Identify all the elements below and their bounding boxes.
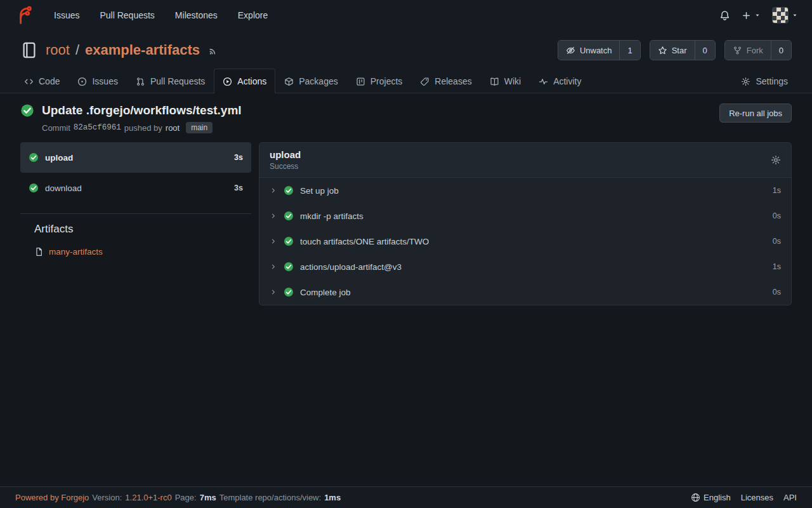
step-row-complete[interactable]: Complete job 0s [259,279,791,305]
tab-label: Settings [756,76,788,86]
globe-icon [691,493,700,502]
step-row-upload-artifact[interactable]: actions/upload-artifact@v3 1s [259,254,791,279]
language-menu[interactable]: English [691,493,731,502]
user-menu-button[interactable] [772,7,798,23]
job-detail-card: upload Success Set up job 1s [259,142,792,305]
star-icon [658,46,667,55]
step-row-touch[interactable]: touch artifacts/ONE artifacts/TWO 0s [259,229,791,254]
tab-projects[interactable]: Projects [347,69,412,93]
tab-wiki[interactable]: Wiki [481,69,530,93]
star-label: Star [672,46,687,55]
step-duration: 1s [773,186,781,195]
job-row-upload[interactable]: upload 3s [20,142,251,173]
version-link[interactable]: 1.21.0+1-rc0 [125,493,171,502]
job-detail-title: upload [270,149,301,160]
watchers-count[interactable]: 1 [619,41,639,60]
avatar [772,7,789,23]
success-check-icon [29,152,39,163]
tab-pull-requests[interactable]: Pull Requests [127,69,214,93]
tab-packages[interactable]: Packages [275,69,346,93]
unwatch-label: Unwatch [580,46,612,55]
run-header: Update .forgejo/workflows/test.yml Commi… [20,104,792,133]
repo-name-link[interactable]: example-artifacts [85,42,200,58]
tab-label: Actions [237,76,266,86]
tab-label: Code [39,76,60,86]
unwatch-button[interactable]: Unwatch [558,41,620,60]
job-duration: 3s [234,184,243,192]
page: Issues Pull Requests Milestones Explore … [0,0,812,508]
tag-icon [420,77,429,86]
powered-by-link[interactable]: Powered by Forgejo [15,493,89,502]
step-label: Set up job [300,186,339,196]
eye-off-icon [566,46,575,55]
tab-label: Releases [435,76,471,86]
issue-icon [77,77,87,86]
branch-badge[interactable]: main [186,122,213,133]
success-check-icon [20,104,34,117]
tab-issues[interactable]: Issues [69,69,126,93]
repo-title-row: root / example-artifacts Unwatch 1 [0,30,812,69]
artifact-link-many-artifacts[interactable]: many-artifacts [49,247,103,257]
footer-right: English Licenses API [691,493,797,502]
commit-author-link[interactable]: root [166,123,180,133]
tab-label: Wiki [504,76,521,86]
rss-link[interactable] [208,45,219,56]
commit-label: Commit [42,123,70,133]
template-time-label: Template repo/actions/view: [219,493,321,502]
job-duration: 3s [234,153,243,162]
play-circle-icon [223,77,232,86]
nav-item-issues[interactable]: Issues [46,6,88,25]
repo-title: root / example-artifacts [46,42,219,58]
forks-count[interactable]: 0 [771,41,791,60]
nav-item-milestones[interactable]: Milestones [167,6,226,25]
tab-label: Pull Requests [150,76,205,86]
chevron-down-icon [754,12,761,18]
package-icon [284,77,294,86]
star-button[interactable]: Star [650,41,695,60]
rerun-all-jobs-button[interactable]: Re-run all jobs [719,104,792,123]
run-title: Update .forgejo/workflows/test.yml [42,104,242,117]
nav-item-pull-requests[interactable]: Pull Requests [91,6,162,25]
commit-sha-link[interactable]: 82a5cf6961 [74,123,121,132]
tab-releases[interactable]: Releases [411,69,480,93]
success-check-icon [284,287,294,297]
file-icon [34,247,44,257]
step-label: Complete job [300,288,351,297]
tab-actions[interactable]: Actions [214,69,275,93]
repo-header: root / example-artifacts Unwatch 1 [0,30,812,93]
repo-owner-link[interactable]: root [46,42,70,58]
tab-activity[interactable]: Activity [530,69,590,93]
nav-item-explore[interactable]: Explore [230,6,276,25]
api-link[interactable]: API [783,493,797,502]
pulse-icon [539,77,548,86]
stars-count[interactable]: 0 [695,41,715,60]
template-time-value: 1ms [324,493,341,502]
run-columns: upload 3s download 3s Artifacts many-art… [20,142,792,305]
tab-settings[interactable]: Settings [732,69,797,93]
forgejo-logo[interactable] [14,6,33,25]
tab-code[interactable]: Code [15,69,69,93]
create-new-button[interactable] [742,11,761,20]
star-button-group: Star 0 [650,40,716,60]
navbar-right [719,7,798,23]
chevron-right-icon [270,187,277,194]
chevron-right-icon [270,237,277,245]
job-options-button[interactable] [771,155,781,165]
job-name: download [45,184,82,193]
step-duration: 0s [773,211,781,220]
step-label: touch artifacts/ONE artifacts/TWO [300,237,429,246]
bell-icon [719,10,730,21]
notifications-button[interactable] [719,10,730,21]
step-row-setup[interactable]: Set up job 1s [259,178,791,203]
fork-button[interactable]: Fork [725,41,771,60]
step-duration: 1s [773,262,781,271]
page-time-value: 7ms [200,493,216,502]
step-row-mkdir[interactable]: mkdir -p artifacts 0s [259,203,791,229]
fork-icon [733,46,742,55]
forgejo-logo-icon [14,6,33,25]
licenses-link[interactable]: Licenses [741,493,773,502]
job-row-download[interactable]: download 3s [20,173,251,203]
sidebar-divider [20,213,251,214]
success-check-icon [29,183,39,193]
pull-request-icon [136,77,145,86]
